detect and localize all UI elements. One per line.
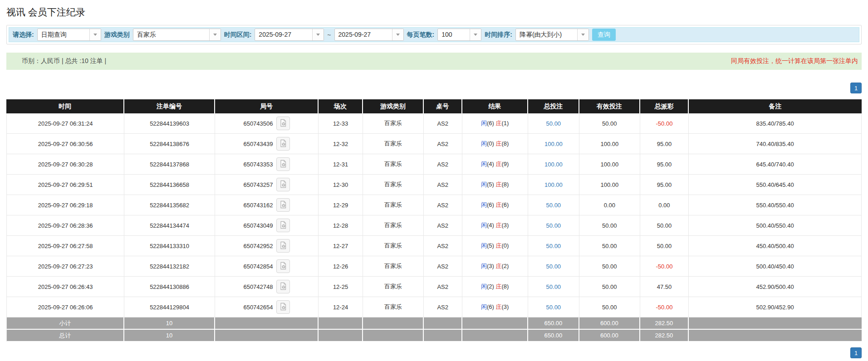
cell-bet-number-text: 522844129804: [150, 304, 189, 311]
video-record-button[interactable]: [276, 178, 290, 191]
cell-note: 452.90/500.40: [689, 277, 862, 297]
cell-result: 闲(4) 庄(9): [462, 154, 528, 175]
table-header-row: 时间注单编号局号场次游戏类别桌号结果总投注有效投注总派彩备注: [6, 99, 862, 113]
banker-result-value: (3): [502, 303, 509, 310]
cell-total-bet: 50.00: [528, 215, 579, 236]
cell-valid-bet: 50.00: [579, 277, 640, 297]
cell-valid-bet-text: 50.00: [602, 222, 617, 229]
video-record-button[interactable]: [276, 300, 290, 314]
banker-result-label: 庄: [496, 120, 502, 127]
cell-valid-bet: 50.00: [579, 297, 640, 317]
video-record-icon: [279, 200, 287, 210]
total-bet-link[interactable]: 50.00: [546, 263, 561, 270]
total-bet-link[interactable]: 50.00: [546, 222, 561, 229]
sort-order-combo[interactable]: 降幂(由大到小): [515, 29, 589, 41]
round-number-text: 650742748: [243, 283, 273, 290]
player-result-label: 闲: [481, 181, 487, 188]
cell-note: 500.40/550.40: [689, 215, 862, 236]
video-record-button[interactable]: [276, 198, 290, 212]
round-number-text: 650743257: [243, 181, 273, 188]
chevron-down-icon[interactable]: [312, 29, 324, 40]
table-header: 时间注单编号局号场次游戏类别桌号结果总投注有效投注总派彩备注: [6, 99, 862, 113]
page-size-combo[interactable]: 100: [437, 29, 481, 41]
player-result-label: 闲: [481, 263, 487, 269]
chevron-down-icon[interactable]: [577, 29, 588, 40]
header-cell: 总投注: [528, 99, 579, 113]
date-from-combo[interactable]: 2025-09-27: [255, 29, 324, 41]
video-record-button[interactable]: [276, 219, 290, 232]
cell-session-text: 12-26: [333, 263, 348, 270]
video-record-button[interactable]: [276, 259, 290, 273]
video-record-button[interactable]: [276, 157, 290, 171]
total-bet-link[interactable]: 50.00: [546, 120, 561, 127]
cell-session: 12-24: [319, 297, 363, 317]
cell-note-text: 740.40/835.40: [756, 141, 794, 147]
cell-note-text: 645.40/740.40: [756, 161, 794, 168]
search-button[interactable]: 查询: [592, 29, 616, 41]
chevron-down-icon[interactable]: [209, 29, 221, 40]
cell-result: 闲(3) 庄(2): [462, 256, 528, 277]
subtotal-row-cell: [462, 317, 528, 330]
header-cell: 场次: [319, 99, 363, 113]
video-record-button[interactable]: [276, 137, 290, 151]
cell-result: 闲(0) 庄(8): [462, 134, 528, 154]
subtotal-row-cell: 10: [124, 317, 215, 330]
page-button[interactable]: 1: [850, 83, 862, 93]
select-type-combo[interactable]: 日期查询: [37, 29, 101, 41]
payout-value: 95.00: [657, 141, 672, 147]
cell-bet-number-text: 522844136658: [150, 181, 189, 188]
subtotal-row-cell: 600.00: [579, 317, 640, 330]
player-result-label: 闲: [481, 120, 487, 127]
page: 视讯 会员下注纪录 请选择: 日期查询 游戏类别 百家乐 时间区间: 2025-…: [0, 6, 868, 358]
total-bet-link[interactable]: 100.00: [544, 161, 563, 168]
cell-total-payout: 95.00: [640, 134, 689, 154]
total-bet-link[interactable]: 50.00: [546, 283, 561, 290]
video-record-button[interactable]: [276, 280, 290, 293]
total-bet-link[interactable]: 50.00: [546, 243, 561, 249]
chevron-down-icon[interactable]: [470, 29, 481, 40]
cell-table-number-text: AS2: [437, 263, 448, 270]
cell-bet-number-text: 522844133310: [150, 243, 189, 249]
table-row: 2025-09-27 06:28:36522844134474650743049…: [6, 215, 862, 236]
player-result-value: (3): [487, 263, 494, 269]
chevron-down-icon[interactable]: [89, 29, 101, 40]
video-record-button[interactable]: [276, 117, 290, 130]
cell-total-payout: -50.00: [640, 113, 689, 134]
cell-game-type: 百家乐: [363, 113, 424, 134]
total-bet-link[interactable]: 100.00: [544, 181, 563, 188]
cell-game-type-text: 百家乐: [384, 161, 402, 167]
cell-time: 2025-09-27 06:27:58: [6, 236, 124, 256]
cell-note: 550.40/645.40: [689, 175, 862, 195]
cell-total-payout: 47.50: [640, 277, 689, 297]
round-number-text: 650742654: [243, 304, 273, 311]
payout-value: -50.00: [656, 304, 673, 311]
header-cell: 注单编号: [124, 99, 215, 113]
cell-valid-bet: 50.00: [579, 215, 640, 236]
cell-valid-bet: 0.00: [579, 195, 640, 215]
date-to-value: 2025-09-27: [335, 29, 392, 40]
date-to-combo[interactable]: 2025-09-27: [334, 29, 404, 41]
header-cell: 桌号: [424, 99, 462, 113]
cell-note-text: 500.40/550.40: [756, 222, 794, 229]
chevron-down-icon[interactable]: [392, 29, 403, 40]
header-cell: 备注: [689, 99, 862, 113]
cell-session-text: 12-25: [333, 283, 348, 290]
cell-table-number-text: AS2: [437, 283, 448, 290]
cell-time-text: 2025-09-27 06:27:23: [38, 263, 93, 270]
video-record-button[interactable]: [276, 239, 290, 253]
cell-session: 12-25: [319, 277, 363, 297]
banker-result-label: 庄: [496, 201, 502, 208]
cell-total-bet: 50.00: [528, 297, 579, 317]
total-bet-link[interactable]: 50.00: [546, 202, 561, 209]
player-result-value: (5): [487, 242, 494, 249]
pagination-bottom: 1: [6, 347, 862, 358]
game-type-combo[interactable]: 百家乐: [133, 29, 221, 41]
cell-time: 2025-09-27 06:31:24: [6, 113, 124, 134]
cell-total-payout: 95.00: [640, 154, 689, 175]
cell-result: 闲(4) 庄(3): [462, 215, 528, 236]
page-button[interactable]: 1: [850, 347, 862, 358]
cell-total-payout: 0.00: [640, 195, 689, 215]
total-bet-link[interactable]: 100.00: [544, 141, 563, 147]
cell-bet-number: 522844133310: [124, 236, 215, 256]
total-bet-link[interactable]: 50.00: [546, 304, 561, 311]
